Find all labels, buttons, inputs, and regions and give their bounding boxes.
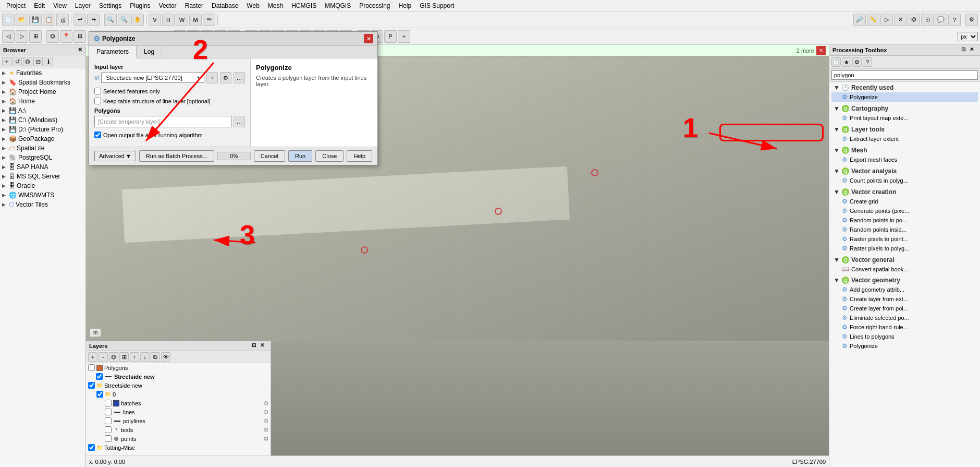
toolbox-item-extract-layer[interactable]: ⚙ Extract layer extent [831, 134, 978, 143]
browser-item-spatial-bookmarks[interactable]: ▶ 🔖 Spatial Bookmarks [0, 78, 85, 87]
toolbox-item-create-from-poi[interactable]: ⚙ Create layer from poi... [831, 304, 978, 313]
undo-btn[interactable]: ↩ [74, 14, 86, 26]
toolbox-favorites-btn[interactable]: ★ [842, 57, 851, 67]
menu-vector[interactable]: Vector [155, 2, 181, 9]
tab-log[interactable]: Log [137, 46, 162, 58]
browser-item-sap-hana[interactable]: ▶ 🗄 SAP HANA [0, 162, 85, 172]
menu-processing[interactable]: Processing [355, 2, 394, 9]
deselect-btn[interactable]: ✕ [894, 14, 906, 26]
browser-add-btn[interactable]: + [2, 57, 11, 66]
browser-item-geopackage[interactable]: ▶ 📦 GeoPackage [0, 134, 85, 143]
layer-add-btn[interactable]: + [206, 72, 218, 83]
redo-btn[interactable]: ↪ [87, 14, 100, 26]
layers-move-up-btn[interactable]: ↑ [130, 352, 139, 362]
input-layer-select[interactable]: Streetside new [EPSG:27700] [101, 73, 204, 83]
select-btn[interactable]: ▷ [880, 14, 893, 26]
layer-item[interactable]: — Streetside new [86, 372, 271, 381]
save-project-btn[interactable]: 💾 [29, 14, 42, 26]
map-tips-btn[interactable]: 💬 [935, 14, 947, 26]
menu-mmqgis[interactable]: MMQGIS [321, 2, 355, 9]
keep-table-checkbox[interactable] [94, 98, 101, 104]
filter-btn[interactable]: ⏣ [908, 14, 920, 26]
info-close-btn[interactable]: ✕ [816, 46, 826, 55]
browser-refresh-btn[interactable]: ↺ [13, 57, 22, 66]
help-btn[interactable]: ? [948, 14, 961, 26]
toolbox-item-raster-pixels-poly[interactable]: ⚙ Raster pixels to polyg... [831, 244, 978, 253]
browser-item-home[interactable]: ▶ 🏠 Home [0, 97, 85, 106]
unit-select[interactable]: px m km [958, 32, 978, 41]
toolbox-cat-header[interactable]: ▼ Q Vector analysis [831, 166, 978, 176]
dialog-close-btn[interactable]: ✕ [364, 34, 373, 43]
zoom-out-btn[interactable]: 🔍 [118, 14, 130, 26]
filter2-btn[interactable]: ⏣ [46, 30, 59, 43]
layer-more-btn[interactable]: … [234, 72, 245, 83]
more1-btn[interactable]: ⊞ [74, 30, 86, 43]
menu-database[interactable]: Database [207, 2, 242, 9]
toolbox-item-polygonize-2[interactable]: ⚙ Polygonize [831, 341, 978, 351]
layer-settings-btn[interactable]: ⚙ [220, 72, 231, 83]
tab-parameters[interactable]: Parameters [89, 46, 137, 58]
layers-add-btn[interactable]: + [88, 352, 97, 362]
toolbox-item-add-geometry[interactable]: ⚙ Add geometry attrib... [831, 285, 978, 294]
layer-item[interactable]: points ⏣ [86, 434, 271, 443]
open-project-btn[interactable]: 📂 [16, 14, 28, 26]
batch-process-btn[interactable]: Run as Batch Process... [139, 150, 214, 162]
menu-view[interactable]: View [49, 2, 71, 9]
help-btn[interactable]: Help [347, 150, 372, 162]
toolbox-item-raster-pixels-point[interactable]: ⚙ Raster pixels to point... [831, 234, 978, 244]
more2-btn[interactable]: + [398, 30, 410, 43]
run-btn[interactable]: Run [288, 150, 312, 162]
toolbox-cat-header[interactable]: ▼ Q Mesh [831, 146, 978, 155]
toolbox-item-random-points-po[interactable]: ⚙ Random points in po... [831, 215, 978, 225]
layers-float-icon[interactable]: ⊡ [252, 342, 259, 350]
menu-edit[interactable]: Edit [30, 2, 49, 9]
menu-plugins[interactable]: Plugins [126, 2, 154, 9]
toolbox-close-icon[interactable]: ✕ [970, 46, 977, 54]
toolbox-item-polygonize[interactable]: ⚙ Polygonize [831, 92, 978, 102]
toolbox-cat-header[interactable]: ▼ 🕐 Recently used [831, 83, 978, 92]
menu-help[interactable]: Help [395, 2, 416, 9]
layer-item[interactable]: 📁 0 [86, 390, 271, 399]
toolbox-float-icon[interactable]: ⊡ [961, 46, 969, 54]
layer-check[interactable] [88, 364, 95, 371]
zoom-next-btn[interactable]: ▷ [16, 30, 28, 43]
browser-filter-btn[interactable]: ⏣ [23, 57, 32, 66]
layer-check[interactable] [105, 426, 112, 433]
browser-item-project-home[interactable]: ▶ 🏠 Project Home [0, 87, 85, 97]
toolbox-settings-btn[interactable]: ⚙ [852, 57, 862, 67]
layers-duplicate-btn[interactable]: ⧉ [151, 352, 160, 362]
toolbox-item-create-from-ext[interactable]: ⚙ Create layer from ext... [831, 294, 978, 304]
open-output-checkbox[interactable] [94, 131, 101, 138]
toolbox-search-input[interactable] [831, 70, 978, 80]
toolbox-item-export-mesh[interactable]: ⚙ Export mesh faces [831, 155, 978, 164]
browser-props-btn[interactable]: ℹ [44, 57, 53, 66]
browser-item-c[interactable]: ▶ 💾 C:\ (Windows) [0, 115, 85, 125]
layer-check[interactable] [105, 409, 112, 415]
save-as-btn[interactable]: 📋 [43, 14, 55, 26]
layer-check[interactable] [105, 435, 112, 442]
zoom-prev-btn[interactable]: ◁ [2, 30, 15, 43]
browser-item-spatialite[interactable]: ▶ 🗃 SpatiaLite [0, 143, 85, 153]
measure-btn[interactable]: 📏 [867, 14, 879, 26]
toolbox-item-print-layout[interactable]: ⚙ Print layout map exte... [831, 113, 978, 123]
layer-item[interactable]: hatches ⏣ [86, 399, 271, 408]
menu-layer[interactable]: Layer [71, 2, 95, 9]
toolbox-cat-header[interactable]: ▼ Q Vector general [831, 255, 978, 265]
zoom-layer-btn[interactable]: ⊡ [921, 14, 934, 26]
process2-btn[interactable]: P [384, 30, 397, 43]
toolbox-cat-header[interactable]: ▼ Q Cartography [831, 104, 978, 113]
layer-item[interactable]: polylines ⏣ [86, 416, 271, 425]
layer-item[interactable]: Polygons [86, 363, 271, 372]
toolbox-help-btn[interactable]: ? [863, 57, 872, 67]
layer-check[interactable] [88, 444, 95, 451]
browser-item-postgresql[interactable]: ▶ 🐘 PostgreSQL [0, 153, 85, 162]
pan-btn[interactable]: ✋ [131, 14, 144, 26]
browser-item-mssql[interactable]: ▶ 🗄 MS SQL Server [0, 172, 85, 181]
menu-gis-support[interactable]: GIS Support [415, 2, 458, 9]
layers-move-down-btn[interactable]: ↓ [140, 352, 150, 362]
menu-settings[interactable]: Settings [95, 2, 126, 9]
menu-web[interactable]: Web [242, 2, 263, 9]
polygons-input[interactable]: [Create temporary layer] [94, 116, 231, 127]
layer-item[interactable]: 📁 Streetside new [86, 381, 271, 390]
layer-check[interactable] [105, 400, 112, 406]
